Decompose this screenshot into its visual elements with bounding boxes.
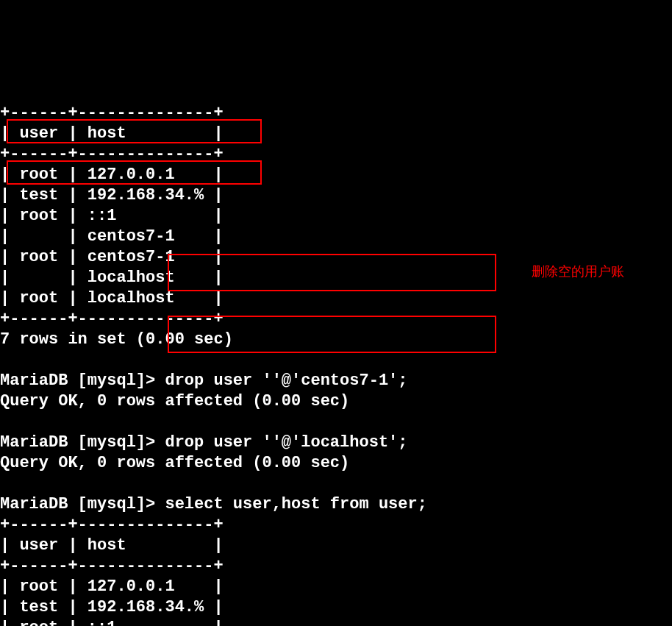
prompt: MariaDB [mysql]> [0, 371, 165, 390]
result-line: Query OK, 0 rows affected (0.00 sec) [0, 454, 349, 472]
prompt: MariaDB [mysql]> [0, 495, 165, 513]
result-line: Query OK, 0 rows affected (0.00 sec) [0, 392, 349, 410]
table-border: +------+--------------+ [0, 104, 224, 122]
table-border: +------+--------------+ [0, 557, 224, 575]
table-row: | root | localhost | [0, 289, 224, 307]
sql-command: select user,host from user; [165, 495, 426, 513]
table-header: | user | host | [0, 536, 224, 555]
table-border: +------+--------------+ [0, 145, 224, 163]
table-row: | root | centos7-1 | [0, 248, 224, 266]
table-row: | | localhost | [0, 268, 224, 287]
table-row: | root | ::1 | [0, 619, 224, 626]
terminal-output[interactable]: +------+--------------+ | user | host | … [0, 82, 672, 626]
sql-command: drop user ''@'localhost'; [165, 433, 407, 452]
table-border: +------+--------------+ [0, 516, 224, 534]
table-row: | root | 127.0.0.1 | [0, 166, 224, 184]
table-row: | root | ::1 | [0, 207, 224, 225]
table-row: | test | 192.168.34.% | [0, 186, 224, 204]
table-border: +------+--------------+ [0, 310, 224, 328]
prompt: MariaDB [mysql]> [0, 433, 165, 452]
table-row: | root | 127.0.0.1 | [0, 577, 224, 596]
result-summary: 7 rows in set (0.00 sec) [0, 330, 233, 349]
table-row: | | centos7-1 | [0, 227, 224, 246]
table-header: | user | host | [0, 124, 224, 143]
annotation-text: 删除空的用户账 [532, 261, 624, 282]
sql-command: drop user ''@'centos7-1'; [165, 371, 407, 390]
table-row: | test | 192.168.34.% | [0, 598, 224, 616]
